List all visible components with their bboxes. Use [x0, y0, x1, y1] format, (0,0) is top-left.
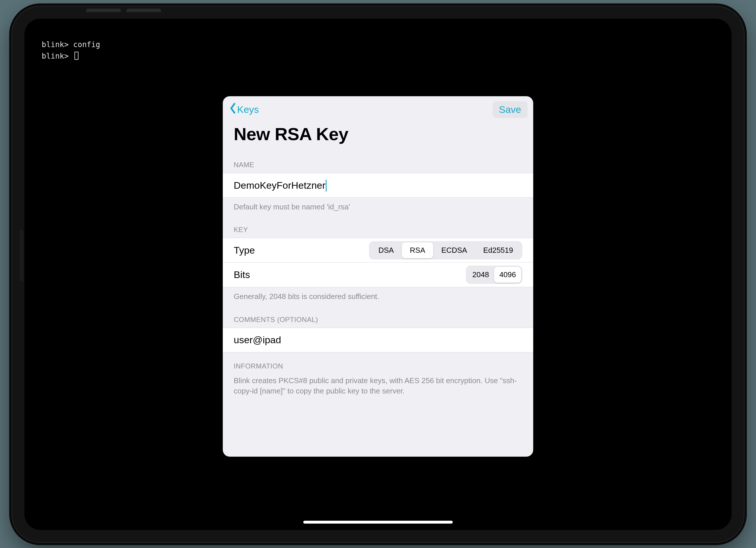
key-type-option-ed25519[interactable]: Ed25519 — [475, 243, 521, 258]
name-hint: Default key must be named 'id_rsa' — [223, 198, 533, 212]
chevron-left-icon — [229, 103, 237, 116]
key-type-label: Type — [234, 245, 255, 256]
device-button — [126, 9, 161, 12]
settings-sheet: Keys Save New RSA Key NAME DemoKeyForHet… — [223, 96, 533, 457]
section-header-name: NAME — [223, 147, 533, 173]
comments-input[interactable]: user@ipad — [234, 334, 522, 345]
back-label: Keys — [237, 104, 259, 115]
comments-row[interactable]: user@ipad — [223, 328, 533, 352]
home-indicator[interactable] — [303, 521, 453, 524]
page-title: New RSA Key — [223, 118, 533, 147]
name-input[interactable]: DemoKeyForHetzner — [234, 180, 522, 191]
information-text: Blink creates PKCS#8 public and private … — [223, 374, 533, 396]
key-bits-option-2048[interactable]: 2048 — [467, 267, 494, 282]
key-type-option-dsa[interactable]: DSA — [370, 243, 402, 258]
key-type-row: Type DSARSAECDSAEd25519 — [223, 238, 533, 263]
key-bits-label: Bits — [234, 269, 250, 280]
section-header-information: INFORMATION — [223, 352, 533, 374]
section-header-key: KEY — [223, 212, 533, 238]
device-button — [20, 230, 24, 281]
device-button — [86, 9, 121, 12]
key-hint: Generally, 2048 bits is considered suffi… — [223, 287, 533, 301]
save-button[interactable]: Save — [493, 101, 528, 118]
key-bits-row: Bits 20484096 — [223, 263, 533, 287]
back-button[interactable]: Keys — [229, 103, 259, 116]
text-caret — [326, 180, 327, 192]
terminal-output: blink> config blink> — [42, 39, 100, 62]
name-row[interactable]: DemoKeyForHetzner — [223, 173, 533, 198]
ipad-frame: blink> config blink> Keys Save New RSA — [11, 6, 745, 543]
key-bits-segmented[interactable]: 20484096 — [466, 266, 522, 284]
key-bits-option-4096[interactable]: 4096 — [494, 267, 521, 282]
nav-bar: Keys Save — [223, 96, 533, 118]
key-type-option-rsa[interactable]: RSA — [402, 243, 433, 258]
key-type-option-ecdsa[interactable]: ECDSA — [433, 243, 475, 258]
screen: blink> config blink> Keys Save New RSA — [24, 19, 732, 530]
key-type-segmented[interactable]: DSARSAECDSAEd25519 — [369, 241, 522, 260]
section-header-comments: COMMENTS (OPTIONAL) — [223, 302, 533, 328]
